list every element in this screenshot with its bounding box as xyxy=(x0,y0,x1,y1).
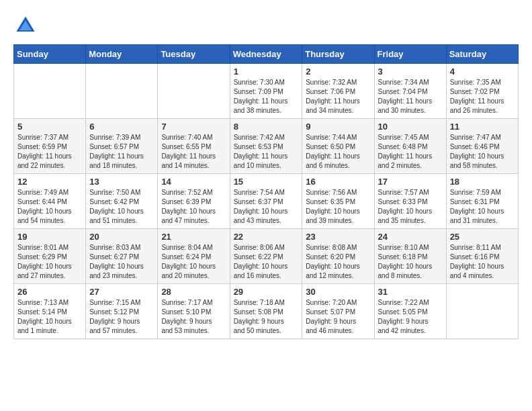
day-info: Sunrise: 7:20 AM Sunset: 5:07 PM Dayligh… xyxy=(306,299,357,334)
day-info: Sunrise: 7:50 AM Sunset: 6:42 PM Dayligh… xyxy=(89,189,144,224)
week-row-2: 12Sunrise: 7:49 AM Sunset: 6:44 PM Dayli… xyxy=(14,174,519,229)
day-number: 15 xyxy=(234,177,299,187)
day-number: 17 xyxy=(378,177,443,187)
day-cell: 14Sunrise: 7:52 AM Sunset: 6:39 PM Dayli… xyxy=(158,174,230,229)
weekday-header-thursday: Thursday xyxy=(302,45,374,64)
day-info: Sunrise: 7:32 AM Sunset: 7:06 PM Dayligh… xyxy=(306,79,360,114)
day-number: 24 xyxy=(378,232,443,242)
weekday-header-monday: Monday xyxy=(86,45,158,64)
day-number: 16 xyxy=(306,177,370,187)
day-number: 30 xyxy=(306,287,370,297)
day-info: Sunrise: 8:04 AM Sunset: 6:24 PM Dayligh… xyxy=(161,244,216,279)
day-number: 25 xyxy=(450,232,515,242)
day-cell xyxy=(446,284,518,339)
day-cell: 6Sunrise: 7:39 AM Sunset: 6:57 PM Daylig… xyxy=(86,119,158,174)
day-number: 26 xyxy=(17,287,82,297)
page-header xyxy=(13,13,519,38)
day-info: Sunrise: 8:10 AM Sunset: 6:18 PM Dayligh… xyxy=(378,244,433,279)
day-cell: 28Sunrise: 7:17 AM Sunset: 5:10 PM Dayli… xyxy=(158,284,230,339)
day-number: 8 xyxy=(234,122,299,132)
day-cell: 21Sunrise: 8:04 AM Sunset: 6:24 PM Dayli… xyxy=(158,229,230,284)
day-cell: 29Sunrise: 7:18 AM Sunset: 5:08 PM Dayli… xyxy=(230,284,302,339)
day-info: Sunrise: 7:34 AM Sunset: 7:04 PM Dayligh… xyxy=(378,79,433,114)
day-number: 2 xyxy=(306,66,370,77)
day-cell: 3Sunrise: 7:34 AM Sunset: 7:04 PM Daylig… xyxy=(374,64,446,119)
day-cell: 11Sunrise: 7:47 AM Sunset: 6:46 PM Dayli… xyxy=(446,119,518,174)
day-info: Sunrise: 7:59 AM Sunset: 6:31 PM Dayligh… xyxy=(450,189,504,224)
day-info: Sunrise: 7:13 AM Sunset: 5:14 PM Dayligh… xyxy=(17,299,72,334)
day-info: Sunrise: 7:35 AM Sunset: 7:02 PM Dayligh… xyxy=(450,79,504,114)
day-cell: 5Sunrise: 7:37 AM Sunset: 6:59 PM Daylig… xyxy=(14,119,86,174)
day-info: Sunrise: 7:56 AM Sunset: 6:35 PM Dayligh… xyxy=(306,189,360,224)
weekday-header-sunday: Sunday xyxy=(14,45,86,64)
day-info: Sunrise: 7:39 AM Sunset: 6:57 PM Dayligh… xyxy=(89,134,144,169)
day-info: Sunrise: 7:22 AM Sunset: 5:05 PM Dayligh… xyxy=(378,299,429,334)
day-number: 1 xyxy=(234,66,299,77)
day-number: 4 xyxy=(450,66,515,77)
day-number: 20 xyxy=(89,232,154,242)
day-number: 7 xyxy=(161,122,226,132)
day-number: 9 xyxy=(306,122,370,132)
day-cell: 16Sunrise: 7:56 AM Sunset: 6:35 PM Dayli… xyxy=(302,174,374,229)
day-number: 6 xyxy=(89,122,154,132)
day-number: 27 xyxy=(89,287,154,297)
day-info: Sunrise: 7:47 AM Sunset: 6:46 PM Dayligh… xyxy=(450,134,504,169)
day-cell: 25Sunrise: 8:11 AM Sunset: 6:16 PM Dayli… xyxy=(446,229,518,284)
day-info: Sunrise: 7:40 AM Sunset: 6:55 PM Dayligh… xyxy=(161,134,216,169)
day-cell: 1Sunrise: 7:30 AM Sunset: 7:09 PM Daylig… xyxy=(230,64,302,119)
day-cell: 24Sunrise: 8:10 AM Sunset: 6:18 PM Dayli… xyxy=(374,229,446,284)
weekday-header-tuesday: Tuesday xyxy=(158,45,230,64)
day-number: 3 xyxy=(378,66,443,77)
day-number: 12 xyxy=(17,177,82,187)
weekday-header-row: SundayMondayTuesdayWednesdayThursdayFrid… xyxy=(14,45,519,64)
day-cell xyxy=(158,64,230,119)
day-cell: 13Sunrise: 7:50 AM Sunset: 6:42 PM Dayli… xyxy=(86,174,158,229)
day-cell: 2Sunrise: 7:32 AM Sunset: 7:06 PM Daylig… xyxy=(302,64,374,119)
day-cell: 15Sunrise: 7:54 AM Sunset: 6:37 PM Dayli… xyxy=(230,174,302,229)
day-cell xyxy=(86,64,158,119)
week-row-4: 26Sunrise: 7:13 AM Sunset: 5:14 PM Dayli… xyxy=(14,284,519,339)
day-number: 19 xyxy=(17,232,82,242)
day-number: 23 xyxy=(306,232,370,242)
day-info: Sunrise: 7:52 AM Sunset: 6:39 PM Dayligh… xyxy=(161,189,216,224)
day-info: Sunrise: 8:11 AM Sunset: 6:16 PM Dayligh… xyxy=(450,244,504,279)
day-info: Sunrise: 7:15 AM Sunset: 5:12 PM Dayligh… xyxy=(89,299,140,334)
day-cell: 31Sunrise: 7:22 AM Sunset: 5:05 PM Dayli… xyxy=(374,284,446,339)
day-cell: 26Sunrise: 7:13 AM Sunset: 5:14 PM Dayli… xyxy=(14,284,86,339)
day-info: Sunrise: 7:37 AM Sunset: 6:59 PM Dayligh… xyxy=(17,134,72,169)
day-cell: 8Sunrise: 7:42 AM Sunset: 6:53 PM Daylig… xyxy=(230,119,302,174)
day-cell: 19Sunrise: 8:01 AM Sunset: 6:29 PM Dayli… xyxy=(14,229,86,284)
day-number: 31 xyxy=(378,287,443,297)
day-cell: 18Sunrise: 7:59 AM Sunset: 6:31 PM Dayli… xyxy=(446,174,518,229)
day-number: 29 xyxy=(234,287,299,297)
day-cell: 9Sunrise: 7:44 AM Sunset: 6:50 PM Daylig… xyxy=(302,119,374,174)
day-cell: 17Sunrise: 7:57 AM Sunset: 6:33 PM Dayli… xyxy=(374,174,446,229)
day-number: 22 xyxy=(234,232,299,242)
day-info: Sunrise: 8:03 AM Sunset: 6:27 PM Dayligh… xyxy=(89,244,144,279)
day-info: Sunrise: 8:01 AM Sunset: 6:29 PM Dayligh… xyxy=(17,244,72,279)
day-cell: 20Sunrise: 8:03 AM Sunset: 6:27 PM Dayli… xyxy=(86,229,158,284)
day-info: Sunrise: 7:18 AM Sunset: 5:08 PM Dayligh… xyxy=(234,299,285,334)
day-info: Sunrise: 7:45 AM Sunset: 6:48 PM Dayligh… xyxy=(378,134,433,169)
day-cell: 12Sunrise: 7:49 AM Sunset: 6:44 PM Dayli… xyxy=(14,174,86,229)
day-cell: 23Sunrise: 8:08 AM Sunset: 6:20 PM Dayli… xyxy=(302,229,374,284)
logo-icon xyxy=(13,13,38,38)
day-number: 14 xyxy=(161,177,226,187)
week-row-0: 1Sunrise: 7:30 AM Sunset: 7:09 PM Daylig… xyxy=(14,64,519,119)
day-cell: 7Sunrise: 7:40 AM Sunset: 6:55 PM Daylig… xyxy=(158,119,230,174)
day-number: 10 xyxy=(378,122,443,132)
day-info: Sunrise: 8:08 AM Sunset: 6:20 PM Dayligh… xyxy=(306,244,360,279)
day-info: Sunrise: 7:57 AM Sunset: 6:33 PM Dayligh… xyxy=(378,189,433,224)
weekday-header-friday: Friday xyxy=(374,45,446,64)
day-cell: 22Sunrise: 8:06 AM Sunset: 6:22 PM Dayli… xyxy=(230,229,302,284)
logo xyxy=(13,13,42,38)
day-number: 28 xyxy=(161,287,226,297)
day-cell: 4Sunrise: 7:35 AM Sunset: 7:02 PM Daylig… xyxy=(446,64,518,119)
day-info: Sunrise: 7:42 AM Sunset: 6:53 PM Dayligh… xyxy=(234,134,288,169)
day-info: Sunrise: 7:54 AM Sunset: 6:37 PM Dayligh… xyxy=(234,189,288,224)
day-number: 5 xyxy=(17,122,82,132)
day-info: Sunrise: 8:06 AM Sunset: 6:22 PM Dayligh… xyxy=(234,244,288,279)
day-cell: 27Sunrise: 7:15 AM Sunset: 5:12 PM Dayli… xyxy=(86,284,158,339)
day-number: 18 xyxy=(450,177,515,187)
day-cell xyxy=(14,64,86,119)
